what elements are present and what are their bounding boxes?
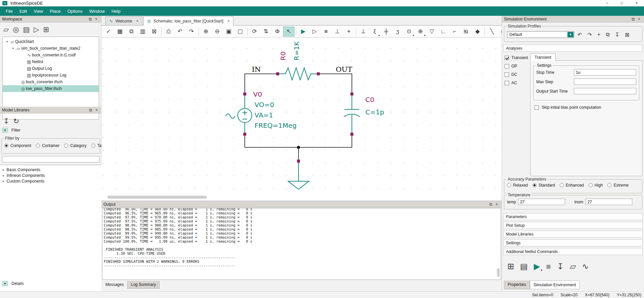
junction-dot[interactable] [297, 146, 300, 149]
expander-icon[interactable]: ▾ [11, 47, 15, 50]
tree-item[interactable]: ∿ buck_converter.tr.t1.csdf [3, 52, 99, 58]
current-source-icon[interactable]: ⊙ [403, 27, 415, 37]
refresh-icon[interactable]: ↻ [13, 117, 19, 126]
library-list-item[interactable]: ▸ Custom Components [0, 178, 101, 184]
collapse-triangle-icon[interactable]: ▼ [2, 128, 8, 133]
filter-collapse-row[interactable]: ▼ Filter [2, 128, 20, 133]
junction-icon[interactable]: ◆ [472, 27, 483, 37]
chevron-right-icon[interactable]: ▸ [3, 168, 4, 171]
profile-delete-icon[interactable]: ⊠ [622, 32, 632, 38]
tree-item[interactable]: ▾ ▱ sim_buck_converter_titan_state2 [3, 45, 99, 52]
run-simulation-icon[interactable]: ▶ [297, 27, 309, 37]
popout-icon[interactable]: ⧉ [87, 17, 93, 21]
value-C0[interactable]: C=1p [365, 108, 384, 116]
flip-horizontal-icon[interactable]: Φ [272, 27, 283, 37]
menu-item[interactable]: Help [108, 7, 124, 15]
radio-button[interactable] [64, 144, 68, 148]
library-book-icon[interactable]: ▤ [23, 25, 30, 34]
menu-item[interactable]: View [31, 7, 46, 15]
output-log-area[interactable]: Computed 96.0%, TIME = 960.00 ns, elapse… [102, 208, 501, 280]
net-label-icon[interactable]: N1 [460, 27, 472, 37]
schematic-canvas[interactable]: IN OUT R0 R=1K V0 VO=0 VA=1 FREQ=1Meg C0… [101, 38, 502, 201]
popout-icon[interactable]: ⧉ [630, 17, 636, 21]
section-header[interactable]: Settings [503, 239, 643, 246]
analysis-checkbox[interactable] [505, 64, 509, 68]
details-collapse-row[interactable]: ▼ Details [2, 281, 24, 286]
menu-item[interactable]: File [3, 7, 16, 15]
separator[interactable] [296, 28, 296, 36]
resistor-icon[interactable]: ξ [369, 27, 380, 37]
tab-close-icon[interactable]: × [226, 19, 230, 23]
popout-icon[interactable]: ⧉ [87, 108, 94, 112]
minimize-button[interactable]: – [600, 0, 614, 6]
profile-undo-icon[interactable]: ↶ [575, 32, 585, 38]
tnom-input[interactable] [585, 199, 632, 205]
inductor-icon[interactable]: ʒ [392, 27, 403, 37]
output-tab[interactable]: Log Summary [127, 281, 160, 289]
document-tab[interactable]: ∿ Welcome × [105, 16, 142, 25]
zoom-out-icon[interactable]: ⊖ [212, 27, 223, 37]
profile-copy-icon[interactable]: ⧉ [603, 32, 612, 38]
zoom-in-icon[interactable]: ⊕ [200, 27, 212, 37]
open-folder-icon[interactable]: ▱ [570, 262, 576, 271]
tree-item[interactable]: ▤ Inputprocessor Log [3, 72, 99, 79]
paste-icon[interactable]: ▥ [137, 27, 148, 37]
radio-button[interactable] [533, 183, 537, 187]
undo-icon[interactable]: ↶ [174, 27, 186, 37]
wire-corner-icon[interactable]: ∟ [438, 27, 449, 37]
bias-probe-icon[interactable]: ⊥ [332, 27, 343, 37]
maximize-button[interactable]: □ [614, 0, 629, 6]
tree-item[interactable]: ▾ ▱ QuickStart [3, 38, 99, 45]
right-panel-tab[interactable]: Properties [504, 281, 530, 289]
net-label-out[interactable]: OUT [336, 65, 352, 73]
menu-item[interactable]: Edit [16, 7, 30, 15]
profile-add-icon[interactable]: + [595, 32, 603, 38]
popout-icon[interactable]: ⧉ [488, 202, 494, 207]
ground-icon[interactable]: ⟂ [358, 27, 369, 37]
stop-simulation-icon[interactable]: ■ [546, 262, 551, 271]
refdes-C0[interactable]: C0 [365, 96, 374, 104]
run-outline-icon[interactable]: ▷ [309, 27, 320, 37]
view-netlist-icon[interactable]: ▤ [520, 262, 528, 271]
collapse-triangle-icon[interactable]: ▼ [2, 281, 8, 286]
radio-button[interactable] [607, 183, 611, 187]
separator[interactable] [161, 28, 162, 36]
line-icon[interactable]: ╲ [486, 27, 498, 37]
stop-simulation-icon[interactable]: ■ [320, 27, 332, 37]
radio-button[interactable] [507, 183, 511, 187]
refdes-V0[interactable]: V0 [253, 90, 262, 98]
radio-button[interactable] [91, 144, 95, 148]
library-list-item[interactable]: ▸ Basic Components [0, 167, 101, 172]
component-voltage-source-V0[interactable] [226, 95, 252, 134]
close-icon[interactable]: × [494, 202, 500, 207]
chevron-right-icon[interactable]: ▸ [3, 174, 4, 177]
save-icon[interactable]: ▦ [114, 27, 126, 37]
voltage-source-icon[interactable]: ⊕ [415, 27, 426, 37]
refdes-R0[interactable]: R0 [279, 51, 287, 60]
run-simulation-icon[interactable]: ▶ [534, 262, 540, 271]
close-button[interactable]: × [629, 0, 644, 6]
tree-item[interactable]: ▤ Netlist [3, 58, 99, 65]
copy-icon[interactable]: ⧉ [126, 27, 137, 37]
separator[interactable] [247, 28, 247, 36]
close-icon[interactable]: × [94, 108, 99, 112]
capacitor-icon[interactable]: ╪ [380, 27, 392, 37]
separator[interactable] [198, 28, 199, 36]
rotate-icon[interactable]: ⟳ [249, 27, 260, 37]
net-label-in[interactable]: IN [252, 65, 261, 73]
right-panel-tab[interactable]: Simulation Environment [530, 281, 580, 289]
print-icon[interactable]: ⎙ [163, 27, 174, 37]
close-icon[interactable]: × [636, 17, 642, 21]
dropdown-caret-icon[interactable]: ▼ [567, 32, 573, 37]
component-ground[interactable] [288, 162, 309, 189]
tab-close-icon[interactable]: × [135, 19, 139, 23]
field-input[interactable] [574, 79, 636, 85]
temp-input[interactable] [518, 199, 565, 205]
tree-item[interactable]: ◎ low_pass_filter.ifsch [3, 85, 99, 92]
param-V0-va[interactable]: VA=1 [255, 111, 273, 119]
field-input[interactable] [574, 69, 636, 76]
wire-corner2-icon[interactable]: ⌐ [449, 27, 460, 37]
canvas-horizontal-scrollbar[interactable] [107, 196, 207, 199]
output-vertical-scrollbar[interactable] [497, 268, 500, 277]
document-tab[interactable]: ◎ Schematic: low_pass_filter [QuickStart… [143, 16, 233, 26]
